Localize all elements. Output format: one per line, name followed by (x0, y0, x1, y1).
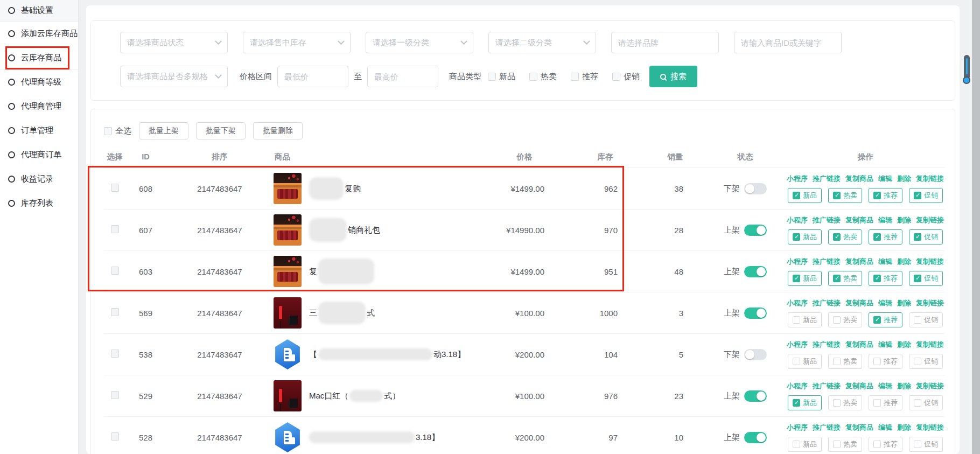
link-copy-product[interactable]: 复制商品 (845, 298, 873, 308)
link-promotion[interactable]: 推广链接 (813, 174, 841, 184)
select-all-checkbox[interactable] (104, 127, 112, 135)
row-checkbox[interactable] (111, 267, 119, 275)
multi-spec-select[interactable]: 请选择商品是否多规格 (120, 66, 228, 87)
status-toggle[interactable] (744, 308, 767, 319)
tag-promotion[interactable]: 促销 (909, 271, 943, 286)
row-checkbox[interactable] (111, 432, 119, 441)
status-toggle[interactable] (744, 349, 767, 360)
link-delete[interactable]: 删除 (897, 257, 911, 267)
link-miniprogram[interactable]: 小程序 (787, 257, 808, 267)
row-checkbox[interactable] (111, 225, 119, 233)
tag-recommended[interactable]: 推荐 (869, 229, 902, 245)
sidebar-item-6[interactable]: 代理商订单 (0, 143, 78, 167)
sidebar-item-0[interactable]: 基础设置 (0, 0, 78, 22)
status-toggle[interactable] (744, 266, 767, 277)
type-option-3[interactable]: 促销 (612, 72, 640, 82)
checkbox-icon[interactable] (612, 73, 620, 81)
status-toggle[interactable] (744, 432, 767, 443)
tag-hot[interactable]: 热卖 (828, 354, 862, 369)
filter-input-5[interactable] (734, 32, 842, 53)
tag-hot[interactable]: 热卖 (828, 229, 862, 245)
tag-hot[interactable]: 热卖 (828, 188, 862, 203)
select-all[interactable]: 全选 (104, 126, 131, 136)
link-miniprogram[interactable]: 小程序 (787, 340, 808, 350)
link-edit[interactable]: 编辑 (878, 174, 892, 184)
max-price-input[interactable] (367, 66, 438, 87)
link-delete[interactable]: 删除 (897, 174, 911, 184)
link-copy-url[interactable]: 复制链接 (916, 340, 944, 350)
link-promotion[interactable]: 推广链接 (813, 423, 841, 432)
tag-recommended[interactable]: 推荐 (869, 188, 902, 203)
type-option-0[interactable]: 新品 (488, 72, 515, 82)
checkbox-icon[interactable] (488, 73, 496, 81)
row-checkbox[interactable] (111, 184, 119, 192)
status-toggle[interactable] (744, 390, 767, 402)
tag-recommended[interactable]: 推荐 (869, 395, 902, 410)
sidebar-item-2[interactable]: 云库存商品 (0, 46, 78, 70)
link-copy-product[interactable]: 复制商品 (845, 423, 873, 432)
tag-promotion[interactable]: 促销 (909, 312, 943, 327)
link-promotion[interactable]: 推广链接 (813, 215, 841, 225)
sidebar-item-1[interactable]: 添加云库存商品 (0, 22, 78, 46)
link-delete[interactable]: 删除 (897, 298, 911, 308)
batch-button-2[interactable]: 批量删除 (253, 122, 303, 139)
filter-select-1[interactable]: 请选择售中库存 (243, 32, 351, 53)
scrollbar-track[interactable] (972, 0, 980, 454)
tag-new[interactable]: 新品 (788, 395, 822, 410)
tag-promotion[interactable]: 促销 (909, 354, 943, 369)
filter-select-3[interactable]: 请选择二级分类 (488, 32, 596, 53)
link-copy-product[interactable]: 复制商品 (845, 174, 873, 184)
sidebar-item-4[interactable]: 代理商管理 (0, 94, 78, 118)
tag-promotion[interactable]: 促销 (909, 395, 943, 410)
checkbox-icon[interactable] (529, 73, 537, 81)
sidebar-item-5[interactable]: 订单管理 (0, 118, 78, 143)
link-miniprogram[interactable]: 小程序 (787, 298, 808, 308)
filter-select-0[interactable]: 请选择商品状态 (120, 32, 228, 53)
tag-promotion[interactable]: 促销 (909, 188, 943, 203)
tag-promotion[interactable]: 促销 (909, 437, 943, 452)
tag-new[interactable]: 新品 (788, 188, 822, 203)
link-miniprogram[interactable]: 小程序 (787, 381, 808, 391)
status-toggle[interactable] (744, 183, 767, 194)
type-option-2[interactable]: 推荐 (571, 72, 598, 82)
link-copy-url[interactable]: 复制链接 (916, 298, 944, 308)
link-delete[interactable]: 删除 (897, 381, 911, 391)
link-edit[interactable]: 编辑 (878, 257, 892, 267)
row-checkbox[interactable] (111, 391, 119, 399)
link-miniprogram[interactable]: 小程序 (787, 423, 808, 432)
tag-new[interactable]: 新品 (788, 312, 822, 327)
link-edit[interactable]: 编辑 (878, 423, 892, 432)
filter-input-4[interactable] (611, 32, 719, 53)
sidebar-item-7[interactable]: 收益记录 (0, 167, 78, 191)
row-checkbox[interactable] (111, 350, 119, 358)
tag-hot[interactable]: 热卖 (828, 395, 862, 410)
link-copy-url[interactable]: 复制链接 (916, 381, 944, 391)
link-copy-url[interactable]: 复制链接 (916, 257, 944, 267)
tag-hot[interactable]: 热卖 (828, 271, 862, 286)
batch-button-1[interactable]: 批量下架 (196, 122, 246, 139)
tag-recommended[interactable]: 推荐 (869, 437, 902, 452)
tag-recommended[interactable]: 推荐 (869, 312, 902, 327)
link-copy-product[interactable]: 复制商品 (845, 340, 873, 350)
row-checkbox[interactable] (111, 308, 119, 316)
link-copy-product[interactable]: 复制商品 (845, 215, 873, 225)
tag-new[interactable]: 新品 (788, 437, 822, 452)
link-miniprogram[interactable]: 小程序 (787, 174, 808, 184)
link-copy-product[interactable]: 复制商品 (845, 381, 873, 391)
checkbox-icon[interactable] (571, 73, 579, 81)
tag-hot[interactable]: 热卖 (828, 312, 862, 327)
search-button[interactable]: 搜索 (649, 66, 697, 87)
link-copy-product[interactable]: 复制商品 (845, 257, 873, 267)
link-miniprogram[interactable]: 小程序 (787, 215, 808, 225)
link-edit[interactable]: 编辑 (878, 381, 892, 391)
link-copy-url[interactable]: 复制链接 (916, 215, 944, 225)
link-delete[interactable]: 删除 (897, 423, 911, 432)
type-option-1[interactable]: 热卖 (529, 72, 557, 82)
batch-button-0[interactable]: 批量上架 (139, 122, 188, 139)
link-copy-url[interactable]: 复制链接 (916, 423, 944, 432)
sidebar-item-3[interactable]: 代理商等级 (0, 70, 78, 94)
tag-recommended[interactable]: 推荐 (869, 271, 902, 286)
link-edit[interactable]: 编辑 (878, 340, 892, 350)
tag-hot[interactable]: 热卖 (828, 437, 862, 452)
status-toggle[interactable] (744, 225, 767, 236)
